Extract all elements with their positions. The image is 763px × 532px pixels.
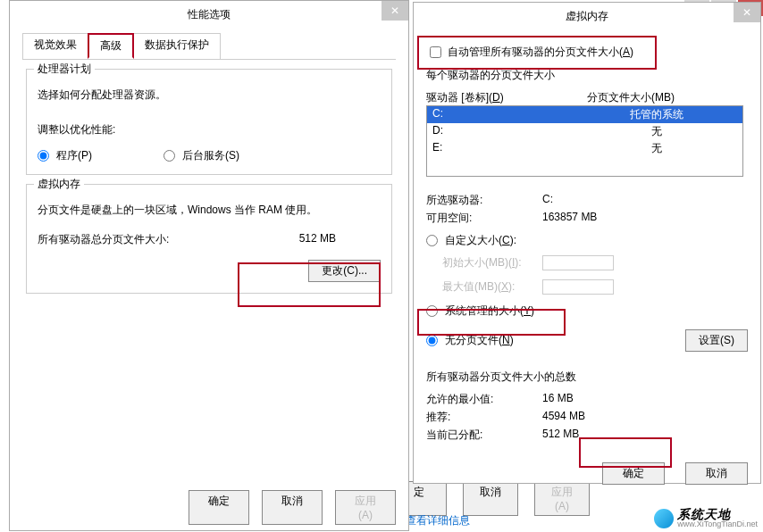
radio-sysmanaged-label: 系统管理的大小(Y) <box>445 303 534 319</box>
auto-manage-input[interactable] <box>430 46 441 58</box>
totals-legend: 所有驱动器分页文件大小的总数 <box>426 370 748 385</box>
drive-row-d[interactable]: D: 无 <box>427 123 742 140</box>
vm-desc: 分页文件是硬盘上的一块区域，Windows 当作 RAM 使用。 <box>38 203 381 218</box>
set-button[interactable]: 设置(S) <box>685 329 748 352</box>
processor-desc: 选择如何分配处理器资源。 <box>38 87 381 103</box>
initial-size-input[interactable] <box>542 255 614 270</box>
radio-background-label: 后台服务(S) <box>182 148 239 163</box>
tab-bar: 视觉效果 高级 数据执行保护 <box>22 33 396 60</box>
auto-manage-checkbox[interactable]: 自动管理所有驱动器的分页文件大小(A) <box>426 44 748 61</box>
init-size-label: 初始大小(MB)(I): <box>426 255 542 270</box>
virtual-memory-group: 虚拟内存 分页文件是硬盘上的一块区域，Windows 当作 RAM 使用。 所有… <box>26 184 392 294</box>
max-size-label: 最大值(MB)(X): <box>426 279 542 295</box>
initial-size-row: 初始大小(MB)(I): <box>426 255 748 270</box>
virtual-memory-window: 虚拟内存 ✕ 自动管理所有驱动器的分页文件大小(A) 每个驱动器的分页文件大小 … <box>413 2 761 484</box>
globe-icon <box>654 509 674 528</box>
tab-dep[interactable]: 数据执行保护 <box>133 33 221 59</box>
vm-total-label: 所有驱动器总分页文件大小: <box>38 232 169 247</box>
drive-row-c[interactable]: C: 托管的系统 <box>427 106 742 123</box>
vm-size-row: 所有驱动器总分页文件大小: 512 MB <box>38 232 381 247</box>
close-icon: ✕ <box>742 6 751 19</box>
drive-listbox[interactable]: C: 托管的系统 D: 无 E: 无 <box>426 105 743 177</box>
drive-header-label: 驱动器 [卷标](D) <box>426 90 587 105</box>
processor-legend: 处理器计划 <box>34 62 95 77</box>
perf-cancel-button[interactable]: 取消 <box>262 490 323 525</box>
titlebar: 性能选项 ✕ <box>10 1 408 28</box>
perf-apply-button[interactable]: 应用(A) <box>335 490 396 525</box>
radio-background[interactable]: 后台服务(S) <box>164 148 239 163</box>
each-drive-title: 每个驱动器的分页文件大小 <box>426 68 748 83</box>
radio-system-managed[interactable]: 系统管理的大小(Y) <box>426 303 748 319</box>
max-size-row: 最大值(MB)(X): <box>426 279 748 295</box>
vm-close-button[interactable]: ✕ <box>734 3 760 22</box>
vm-cancel-button[interactable]: 取消 <box>685 462 748 485</box>
radio-programs[interactable]: 程序(P) <box>38 148 92 163</box>
change-button[interactable]: 更改(C)... <box>308 260 381 282</box>
vm-total-value: 512 MB <box>299 232 336 247</box>
vm-button-row: 更改(C)... <box>38 260 381 282</box>
tab-visual-effects[interactable]: 视觉效果 <box>22 33 88 59</box>
tab-advanced[interactable]: 高级 <box>88 33 134 59</box>
vm-ok-button[interactable]: 确定 <box>602 462 665 485</box>
radio-custom-input[interactable] <box>426 235 438 246</box>
radio-programs-input[interactable] <box>38 150 49 162</box>
logo-watermark: 系统天地 www.XiTongTianDi.net <box>654 508 758 528</box>
perf-ok-button[interactable]: 确定 <box>189 490 249 525</box>
radio-sysmanaged-input[interactable] <box>426 305 438 317</box>
logo-url: www.XiTongTianDi.net <box>677 520 758 528</box>
adjust-label: 调整以优化性能: <box>38 122 381 137</box>
free-space-row: 可用空间: 163857 MB <box>426 211 748 226</box>
processor-scheduling-group: 处理器计划 选择如何分配处理器资源。 调整以优化性能: 程序(P) 后台服务(S… <box>26 69 392 175</box>
vm-window-title: 虚拟内存 <box>414 9 760 24</box>
selected-drive-row: 所选驱动器: C: <box>426 193 748 208</box>
close-icon: ✕ <box>390 4 399 17</box>
radio-programs-label: 程序(P) <box>56 148 92 163</box>
radio-nopaging-input[interactable] <box>426 335 438 346</box>
radio-background-input[interactable] <box>164 150 175 162</box>
drive-row-e[interactable]: E: 无 <box>427 140 742 157</box>
radio-nopaging-label: 无分页文件(N) <box>445 333 514 348</box>
auto-manage-label: 自动管理所有驱动器的分页文件大小(A) <box>448 45 633 60</box>
vm-titlebar: 虚拟内存 ✕ <box>414 3 760 29</box>
performance-options-window: 性能选项 ✕ 视觉效果 高级 数据执行保护 处理器计划 选择如何分配处理器资源。… <box>9 0 409 531</box>
window-title: 性能选项 <box>10 7 408 22</box>
close-button[interactable]: ✕ <box>382 1 408 21</box>
perf-bottom-buttons: 确定 取消 应用(A) <box>189 490 396 525</box>
processor-radio-row: 程序(P) 后台服务(S) <box>38 148 381 163</box>
radio-custom-label: 自定义大小(C): <box>445 233 516 248</box>
totals-group: 所有驱动器分页文件大小的总数 允许的最小值:16 MB 推荐:4594 MB 当… <box>426 370 748 443</box>
vm-legend: 虚拟内存 <box>34 177 84 192</box>
radio-no-paging[interactable]: 无分页文件(N) <box>426 333 514 348</box>
radio-custom-size[interactable]: 自定义大小(C): <box>426 233 748 248</box>
paging-header-label: 分页文件大小(MB) <box>587 90 675 105</box>
max-size-input[interactable] <box>542 279 614 295</box>
logo-name: 系统天地 <box>677 508 758 520</box>
